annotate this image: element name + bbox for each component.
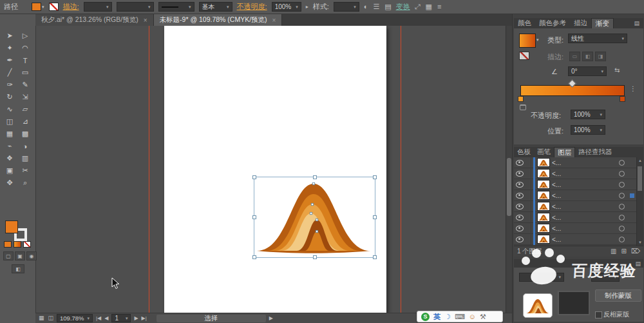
scrollbar-thumb[interactable] (507, 158, 511, 216)
scroll-up-icon[interactable]: ▲ (638, 159, 642, 162)
pages-icon[interactable]: ▦ (39, 315, 44, 321)
soft-keyboard-icon[interactable]: ⌨ (455, 313, 465, 321)
document-tab[interactable]: 未标题-9* @ 109.78% (CMYK/预览) × (154, 14, 283, 26)
target-circle-icon[interactable] (619, 193, 625, 199)
vertical-scrollbar[interactable] (506, 26, 512, 313)
tab-close-icon[interactable]: × (144, 17, 147, 24)
rectangle-tool[interactable]: ▭ (18, 67, 32, 78)
lock-toggle-cell[interactable] (526, 212, 531, 223)
layer-thumbnail[interactable] (537, 158, 550, 167)
panel-tab[interactable]: 路径查找器 (575, 147, 616, 157)
layer-thumbnail[interactable] (537, 213, 550, 222)
direct-selection-tool[interactable]: ▷ (18, 30, 32, 41)
layer-thumbnail[interactable] (537, 180, 550, 189)
night-mode-icon[interactable]: ☽ (444, 313, 451, 321)
line-segment-tool[interactable]: ╱ (3, 67, 17, 78)
target-circle-icon[interactable] (619, 160, 625, 166)
selection-handle[interactable] (252, 175, 256, 179)
visibility-eye-icon[interactable] (516, 204, 524, 210)
gradient-angle-dropdown[interactable]: 0°▾ (568, 66, 607, 76)
stroke-along-icon[interactable]: ◧ (582, 52, 593, 61)
next-artboard-button[interactable]: ▶ (134, 315, 138, 321)
blend-tool[interactable]: ◑ (18, 141, 32, 152)
layer-thumbnail[interactable] (537, 191, 550, 200)
target-circle-icon[interactable] (619, 204, 625, 210)
stroke-color-swatch[interactable] (49, 3, 59, 11)
gradient-type-dropdown[interactable]: 线性▾ (568, 34, 627, 43)
scroll-down-icon[interactable]: ▼ (638, 240, 642, 244)
delete-layer-icon[interactable]: ⌦ (631, 248, 640, 255)
panel-tab[interactable]: 颜色参考 (535, 18, 570, 28)
opacity-link[interactable]: 不透明度: (237, 2, 267, 12)
stroke-within-icon[interactable]: ▭ (569, 52, 580, 61)
draw-normal-icon[interactable]: ▢ (3, 251, 14, 260)
layer-row[interactable]: <... (514, 179, 637, 190)
options-icon[interactable]: ≡ (437, 3, 441, 10)
none-button[interactable] (23, 241, 31, 248)
gradient-options-icon[interactable]: ⋮ (630, 86, 636, 92)
pencil-tool[interactable]: ✎ (18, 79, 32, 90)
prev-artboard-button[interactable]: ◀ (104, 315, 108, 321)
selection-handle[interactable] (252, 255, 256, 259)
emoji-icon[interactable]: ☺ (469, 313, 476, 320)
gradient-stop-left[interactable] (518, 96, 524, 102)
artwork-thumbnail[interactable] (523, 293, 553, 318)
layer-name[interactable]: <... (552, 159, 561, 166)
fill-proxy-swatch[interactable] (5, 220, 18, 233)
canvas-area[interactable] (35, 26, 512, 313)
graphic-style-dropdown[interactable]: ▾ (334, 2, 359, 12)
target-circle-icon[interactable] (619, 182, 625, 188)
sogou-logo[interactable]: S (421, 313, 430, 321)
invert-mask-checkbox[interactable] (595, 311, 602, 318)
stroke-across-icon[interactable]: ◨ (595, 52, 606, 61)
panel-tab[interactable]: 色板 (514, 147, 534, 157)
fill-color-swatch[interactable] (32, 3, 41, 11)
panel-opacity-dropdown[interactable]: ▾ (591, 273, 620, 282)
gradient-button[interactable] (14, 241, 21, 248)
new-layer-icon[interactable]: ⊞ (621, 248, 626, 255)
expand-arrow-icon[interactable]: ▸ (306, 5, 308, 10)
panel-tab[interactable]: 图层 (554, 147, 575, 157)
scrollbar-thumb[interactable] (638, 166, 642, 191)
lock-toggle-cell[interactable] (526, 179, 531, 190)
stroke-gradient-swatch[interactable] (519, 52, 529, 60)
layer-thumbnail[interactable] (537, 169, 550, 178)
layer-name[interactable]: <... (552, 181, 561, 188)
first-artboard-button[interactable]: |◀ (96, 315, 101, 321)
layer-row[interactable]: <... (514, 234, 637, 245)
layer-row[interactable]: <... (514, 190, 637, 201)
reverse-gradient-icon[interactable]: ⇆ (614, 67, 620, 73)
layer-thumbnail[interactable] (537, 224, 550, 233)
style-basic-dropdown[interactable]: 基本▾ (199, 2, 232, 12)
mesh-tool[interactable]: ▦ (3, 128, 17, 139)
mask-thumbnail[interactable] (558, 291, 590, 315)
target-circle-icon[interactable] (619, 171, 625, 177)
lock-toggle-cell[interactable] (526, 157, 531, 168)
lasso-tool[interactable]: ◠ (18, 43, 32, 54)
opacity-dropdown[interactable]: 100%▾ (272, 2, 301, 12)
blend-mode-dropdown[interactable]: ▾ (519, 273, 564, 282)
layer-row[interactable]: <... (514, 201, 637, 212)
transform-link[interactable]: 变换 (396, 2, 410, 12)
selection-handle[interactable] (313, 255, 317, 259)
make-mask-button[interactable]: 制作蒙版 (595, 289, 641, 302)
target-circle-icon[interactable] (619, 215, 625, 220)
zoom-tool[interactable]: ⌕ (18, 177, 32, 188)
layers-scrollbar[interactable]: ▲ ▼ (636, 157, 643, 246)
fill-caret-icon[interactable]: ▾ (42, 5, 44, 9)
layer-row[interactable]: <... (514, 168, 637, 179)
gradient-swatch-caret-icon[interactable]: ▾ (536, 37, 539, 42)
artboard-nav-icon[interactable]: ◫ (48, 315, 54, 321)
lang-indicator[interactable]: 英 (433, 312, 440, 322)
lock-toggle-cell[interactable] (526, 223, 531, 234)
status-arrow-icon[interactable]: ▶ (269, 315, 273, 321)
pen-tool[interactable]: ✒ (3, 55, 17, 66)
layer-name[interactable]: <... (552, 203, 561, 210)
tab-close-icon[interactable]: × (272, 17, 276, 24)
layer-row[interactable]: <... (514, 212, 637, 223)
draw-behind-icon[interactable]: ▣ (15, 251, 25, 260)
visibility-eye-icon[interactable] (516, 193, 524, 199)
symbol-sprayer-tool[interactable]: ❖ (3, 153, 17, 164)
selection-handle[interactable] (373, 255, 377, 259)
target-circle-icon[interactable] (619, 226, 625, 231)
